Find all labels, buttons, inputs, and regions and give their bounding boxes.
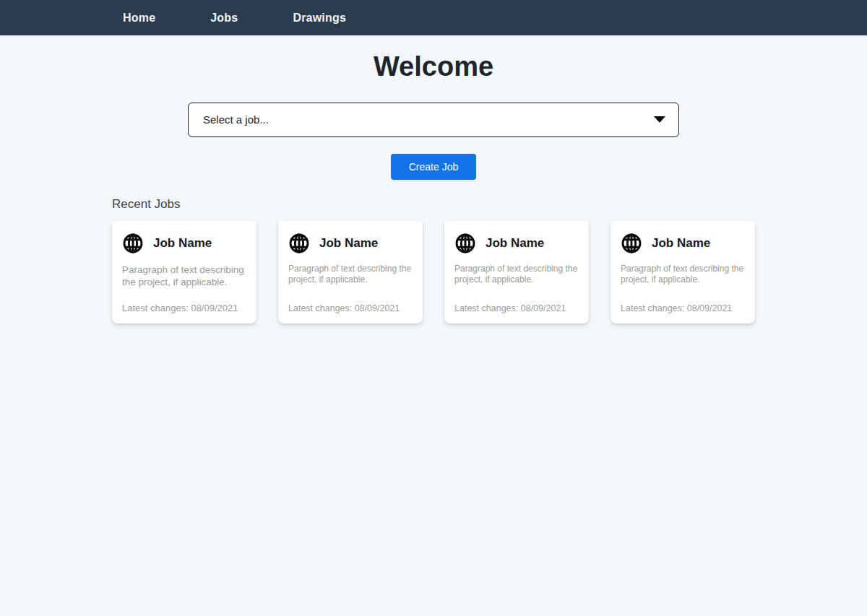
job-card-title: Job Name	[652, 236, 710, 251]
recent-jobs-section: Recent Jobs Job Name Paragr	[112, 197, 755, 324]
create-job-button[interactable]: Create Job	[391, 154, 476, 180]
globe-icon	[288, 233, 310, 254]
globe-icon	[454, 233, 476, 254]
job-card-latest-changes: Latest changes: 08/09/2021	[621, 303, 745, 313]
nav-item-jobs[interactable]: Jobs	[210, 12, 238, 25]
job-card[interactable]: Job Name Paragraph of text describing th…	[444, 221, 589, 324]
top-navbar: Home Jobs Drawings	[0, 0, 867, 35]
create-job-row: Create Job	[0, 137, 867, 180]
job-card-header: Job Name	[454, 233, 579, 254]
recent-jobs-heading: Recent Jobs	[112, 197, 755, 212]
globe-icon	[621, 233, 642, 254]
nav-list: Home Jobs Drawings	[112, 12, 755, 25]
caret-down-icon	[654, 116, 665, 123]
globe-icon	[122, 233, 144, 254]
job-card-title: Job Name	[319, 236, 378, 251]
job-card-title: Job Name	[486, 236, 544, 251]
page-title: Welcome	[0, 51, 867, 84]
job-card-header: Job Name	[288, 233, 413, 254]
main-content: Welcome Select a job... Create Job Recen…	[0, 51, 867, 324]
job-card-description: Paragraph of text describing the project…	[621, 264, 745, 287]
job-select-value: Select a job...	[203, 113, 269, 126]
job-card-description: Paragraph of text describing the project…	[122, 264, 246, 289]
job-card-grid: Job Name Paragraph of text describing th…	[112, 221, 755, 324]
job-card-latest-changes: Latest changes: 08/09/2021	[454, 303, 579, 313]
job-card-description: Paragraph of text describing the project…	[288, 264, 413, 287]
nav-item-home[interactable]: Home	[123, 12, 155, 25]
job-card-description: Paragraph of text describing the project…	[454, 264, 579, 287]
job-card-latest-changes: Latest changes: 08/09/2021	[122, 303, 246, 313]
job-card-header: Job Name	[122, 233, 246, 254]
job-card-title: Job Name	[153, 236, 212, 251]
job-card-header: Job Name	[621, 233, 745, 254]
job-card[interactable]: Job Name Paragraph of text describing th…	[611, 221, 755, 324]
job-select[interactable]: Select a job...	[188, 103, 679, 137]
job-card[interactable]: Job Name Paragraph of text describing th…	[278, 221, 423, 324]
job-card[interactable]: Job Name Paragraph of text describing th…	[112, 221, 256, 324]
nav-item-drawings[interactable]: Drawings	[293, 12, 346, 25]
job-card-latest-changes: Latest changes: 08/09/2021	[288, 303, 413, 313]
